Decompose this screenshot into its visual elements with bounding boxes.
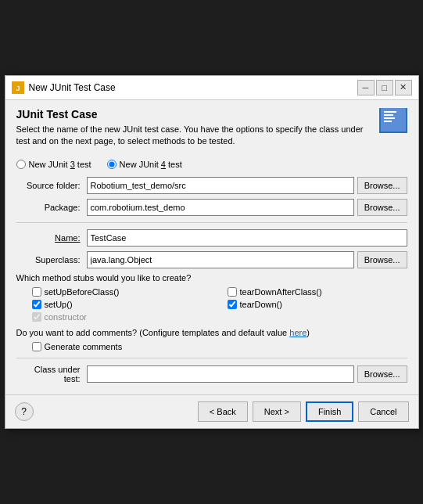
finish-button[interactable]: Finish [306,401,353,422]
setup-checkbox[interactable] [32,300,41,309]
junit-version-group: New JUnit 3 test New JUnit 4 test [16,160,407,169]
svg-rect-6 [384,121,392,122]
junit-icon [379,108,407,133]
teardown-label[interactable]: tearDown() [228,300,407,309]
generate-comments-checkbox[interactable] [32,342,41,351]
comments-section: Do you want to add comments? (Configure … [16,328,407,351]
window-controls: ─ □ ✕ [357,80,412,95]
dialog-window: J New JUnit Test Case ─ □ ✕ JUnit Test C… [5,75,419,430]
maximize-button[interactable]: □ [376,80,393,95]
svg-rect-5 [384,117,395,119]
svg-rect-4 [384,114,393,116]
constructor-checkbox[interactable] [32,312,41,322]
setup-label[interactable]: setUp() [32,300,212,309]
description-text: Select the name of the new JUnit test ca… [16,124,407,148]
package-input[interactable] [87,199,354,216]
setup-before-class-text: setUpBeforeClass() [45,287,120,297]
junit3-label: New JUnit 3 test [29,160,91,169]
divider-1 [16,222,407,223]
svg-rect-3 [384,111,396,113]
minimize-button[interactable]: ─ [357,80,375,95]
teardown-checkbox[interactable] [228,300,237,309]
next-button[interactable]: Next > [253,401,301,422]
dialog-content: JUnit Test Case Select the name of the n… [5,100,418,395]
class-under-test-label: Class under test: [16,365,87,383]
title-bar: J New JUnit Test Case ─ □ ✕ [5,76,418,100]
teardown-after-class-checkbox[interactable] [228,287,237,297]
comments-checkbox-row: Generate comments [16,342,407,351]
class-under-test-input[interactable] [87,365,354,383]
comments-suffix: ) [306,328,310,337]
superclass-input[interactable] [87,251,354,268]
teardown-after-class-text: tearDownAfterClass() [240,287,322,297]
package-browse-button[interactable]: Browse... [357,199,407,216]
teardown-after-class-label[interactable]: tearDownAfterClass() [228,287,407,297]
constructor-label[interactable]: constructor [32,312,212,322]
back-button[interactable]: < Back [198,401,248,422]
section-title: JUnit Test Case [16,108,407,121]
stubs-grid: setUpBeforeClass() tearDownAfterClass() … [16,287,407,322]
teardown-text: tearDown() [240,300,282,309]
window-icon: J [12,81,24,94]
stubs-section: Which method stubs would you like to cre… [16,273,407,322]
stubs-title: Which method stubs would you like to cre… [16,273,407,283]
divider-2 [16,358,407,358]
source-folder-browse-button[interactable]: Browse... [357,177,407,194]
package-row: Package: Browse... [16,199,407,216]
name-label: Name: [16,233,87,243]
name-row: Name: [16,229,407,247]
comments-link[interactable]: here [289,328,306,337]
class-under-test-row: Class under test: Browse... [16,365,407,383]
generate-comments-text: Generate comments [45,342,123,351]
constructor-text: constructor [45,312,87,322]
button-bar: ? < Back Next > Finish Cancel [5,394,418,428]
package-label: Package: [16,203,87,212]
junit4-label: New JUnit 4 test [120,160,182,169]
source-folder-input[interactable] [87,177,354,194]
help-button[interactable]: ? [15,402,34,421]
setup-before-class-checkbox[interactable] [32,287,41,297]
comments-title: Do you want to add comments? (Configure … [16,328,407,337]
class-under-test-browse-button[interactable]: Browse... [357,365,407,383]
setup-text: setUp() [45,300,73,309]
source-folder-row: Source folder: Browse... [16,177,407,194]
junit4-radio[interactable] [107,160,117,169]
junit3-radio[interactable] [16,160,26,169]
name-input[interactable] [87,229,407,247]
superclass-row: Superclass: Browse... [16,251,407,268]
junit4-radio-label[interactable]: New JUnit 4 test [107,160,182,169]
comments-prefix: Do you want to add comments? (Configure … [16,328,290,337]
superclass-browse-button[interactable]: Browse... [357,251,407,268]
source-folder-label: Source folder: [16,181,87,190]
window-title: New JUnit Test Case [29,82,353,93]
close-button[interactable]: ✕ [395,80,412,95]
generate-comments-label[interactable]: Generate comments [32,342,407,351]
superclass-label: Superclass: [16,255,87,265]
cancel-button[interactable]: Cancel [358,401,408,422]
junit3-radio-label[interactable]: New JUnit 3 test [16,160,91,169]
setup-before-class-label[interactable]: setUpBeforeClass() [32,287,212,297]
svg-text:J: J [16,85,20,92]
